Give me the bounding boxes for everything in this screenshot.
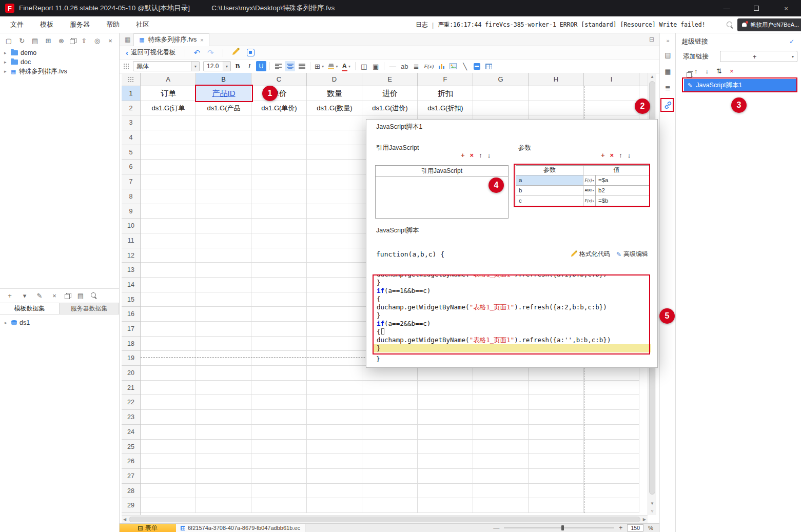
dataset-tab[interactable]: 服务器数据集 — [60, 303, 119, 314]
add-icon[interactable]: + — [601, 152, 605, 159]
column-header-F[interactable]: F — [418, 73, 473, 86]
expand-panel-icon[interactable]: » — [660, 37, 676, 44]
column-header-E[interactable]: E — [362, 73, 418, 86]
add-dataset-button[interactable]: + — [5, 291, 14, 301]
column-header-D[interactable]: D — [307, 73, 362, 86]
ec-file-tab[interactable]: 6f21574a-3708-407a-8679-fb047adbb61b.ec — [176, 524, 305, 532]
notification-bell-icon[interactable] — [741, 22, 747, 28]
template-list-icon[interactable]: ▦ — [125, 36, 130, 43]
bold-button[interactable]: B — [232, 61, 243, 71]
row-header-25[interactable]: 25 — [122, 440, 140, 455]
move-link-down-icon[interactable]: ↓ — [706, 67, 709, 75]
tree-item-folder[interactable]: ▸demo — [0, 48, 119, 57]
row-header-21[interactable]: 21 — [122, 381, 140, 396]
row-header-22[interactable]: 22 — [122, 395, 140, 410]
tree-arrow-icon[interactable]: ▸ — [4, 69, 8, 74]
remove-icon[interactable]: × — [470, 152, 474, 159]
cell-F2[interactable]: ds1.G(折扣) — [418, 101, 473, 116]
row-header-3[interactable]: 3 — [122, 115, 140, 130]
close-button[interactable]: × — [771, 0, 801, 16]
underline-button[interactable]: U — [256, 61, 266, 71]
align-justify-button[interactable] — [297, 61, 307, 71]
horizontal-scrollbar[interactable]: ◀ ▶ — [122, 515, 648, 523]
refresh-icon[interactable]: ↻ — [17, 36, 27, 45]
row-header-13[interactable]: 13 — [122, 263, 140, 278]
scroll-right-icon[interactable]: ▶ — [643, 517, 646, 522]
bias-cell-button[interactable]: — — [387, 61, 398, 71]
column-header-H[interactable]: H — [529, 73, 584, 86]
insert-image-button[interactable] — [448, 61, 458, 71]
add-icon[interactable]: + — [461, 152, 465, 159]
cell-F1[interactable]: 折扣 — [418, 86, 473, 101]
delete-link-icon[interactable]: × — [730, 67, 734, 75]
copy-template-icon[interactable] — [70, 38, 75, 44]
cell-element-icon[interactable]: ▤ — [663, 50, 673, 60]
search-icon[interactable] — [727, 22, 734, 29]
align-left-button[interactable] — [273, 61, 283, 71]
row-header-16[interactable]: 16 — [122, 307, 140, 322]
remove-icon[interactable]: × — [610, 152, 614, 159]
insert-widget-button[interactable] — [472, 61, 482, 71]
ref-javascript-table[interactable]: 引用JavaScript — [375, 165, 509, 219]
drag-handle-icon[interactable] — [123, 63, 129, 69]
row-header-24[interactable]: 24 — [122, 425, 140, 440]
row-header-28[interactable]: 28 — [122, 484, 140, 499]
row-header-6[interactable]: 6 — [122, 160, 140, 174]
unmerge-cells-button[interactable]: ▣ — [370, 61, 381, 71]
menu-item[interactable]: 帮助 — [98, 16, 128, 33]
cell-E1[interactable]: 进价 — [362, 86, 418, 101]
insert-subreport-button[interactable] — [483, 61, 494, 71]
cell-attribute-icon[interactable]: ▦ — [663, 67, 673, 76]
menu-item[interactable]: 社区 — [128, 16, 158, 33]
border-button[interactable]: ⊞ ▼ — [314, 61, 325, 71]
row-header-23[interactable]: 23 — [122, 410, 140, 425]
cell-D2[interactable]: ds1.G(数量) — [307, 101, 362, 116]
cell-D1[interactable]: 数量 — [307, 86, 362, 101]
dataset-tab[interactable]: 模板数据集 — [0, 303, 60, 314]
insert-line-button[interactable]: ╲ — [460, 61, 470, 71]
row-header-10[interactable]: 10 — [122, 219, 140, 233]
upload-icon[interactable]: ⇧ — [80, 36, 89, 45]
row-header-4[interactable]: 4 — [122, 130, 140, 145]
locate-icon[interactable]: ◎ — [92, 36, 102, 45]
align-center-button[interactable] — [285, 61, 295, 71]
row-header-7[interactable]: 7 — [122, 174, 140, 189]
redo-icon[interactable]: ↷ — [207, 48, 214, 57]
move-down-icon[interactable]: ↓ — [487, 152, 491, 159]
check-icon[interactable]: ✓ — [789, 38, 794, 45]
scroll-down-icon[interactable]: ▼ — [648, 501, 656, 506]
insert-formula-button[interactable]: F(x) — [423, 61, 435, 71]
scroll-up-icon[interactable]: ▲ — [648, 74, 656, 79]
select-all-corner[interactable] — [122, 73, 141, 86]
column-header-G[interactable]: G — [473, 73, 529, 86]
zoom-slider[interactable] — [504, 527, 614, 528]
menu-item[interactable]: 模板 — [32, 16, 62, 33]
row-header-20[interactable]: 20 — [122, 366, 140, 381]
floating-element-icon[interactable]: ≣ — [663, 83, 673, 93]
move-up-icon[interactable]: ↑ — [619, 152, 622, 159]
cell-A2[interactable]: ds1.G(订单 — [141, 101, 196, 116]
row-header-29[interactable]: 29 — [122, 498, 140, 513]
move-up-icon[interactable]: ↑ — [479, 152, 482, 159]
zoom-value[interactable]: 150 — [627, 524, 643, 531]
font-size-select[interactable]: 12.0 ▼ — [203, 61, 231, 71]
rich-text-button[interactable]: ≣ — [411, 61, 421, 71]
tree-item-file[interactable]: ▸▦特殊多列排序.fvs — [0, 67, 119, 76]
form-tab[interactable]: 表单 — [120, 524, 176, 532]
column-header-C[interactable]: C — [251, 73, 307, 86]
row-header-1[interactable]: 1 — [122, 86, 140, 101]
row-header-11[interactable]: 11 — [122, 233, 140, 248]
cell-E2[interactable]: ds1.G(进价) — [362, 101, 418, 116]
font-family-select[interactable]: 黑体 ▼ — [133, 61, 200, 71]
tree-item-folder[interactable]: ▸doc — [0, 57, 119, 67]
format-code-button[interactable]: 格式化代码 — [571, 250, 610, 259]
row-header-17[interactable]: 17 — [122, 322, 140, 337]
back-to-dashboard-button[interactable]: ‹ 返回可视化看板 — [126, 48, 176, 57]
add-link-button[interactable]: + ▼ — [720, 51, 797, 62]
page-down-icon[interactable]: ▿ — [648, 508, 656, 514]
search-dataset-icon[interactable] — [91, 292, 97, 299]
menu-item[interactable]: 文件 — [2, 16, 32, 33]
row-header-27[interactable]: 27 — [122, 469, 140, 484]
delete-dataset-icon[interactable]: × — [50, 291, 59, 301]
advanced-edit-button[interactable]: ✎ 高级编辑 — [616, 250, 648, 259]
